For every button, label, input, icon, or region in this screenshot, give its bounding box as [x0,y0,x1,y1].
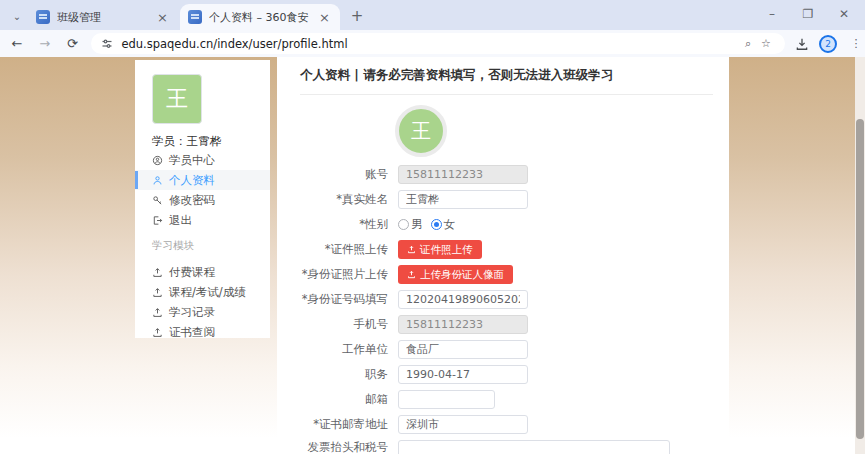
student-name: 学员：王霄桦 [152,134,221,149]
field-label: *身份证照片上传 [300,267,388,282]
radio-female[interactable] [431,219,442,230]
button-label: 证件照上传 [420,243,473,257]
position-field[interactable] [398,365,528,384]
sidebar-item-label: 退出 [169,213,192,228]
divider [300,94,713,95]
restore-button[interactable]: ❐ [801,7,815,21]
student-avatar: 王 [152,74,202,124]
id-number-field[interactable] [398,290,528,309]
back-icon[interactable]: ← [6,33,28,55]
minimize-button[interactable]: – [765,7,779,21]
tab-profile[interactable]: 个人资料 – 360食安 × [180,4,340,30]
form-row-phone: 手机号 [300,315,729,334]
sidebar-item-change-password[interactable]: 修改密码 [135,190,270,210]
sidebar-item-student-center[interactable]: 学员中心 [135,150,270,170]
site-info-icon[interactable] [101,38,113,50]
form-row-account: 账号 [300,165,729,184]
close-window-button[interactable]: ✕ [837,7,851,21]
sidebar-section-title: 学习模块 [135,236,270,256]
upload-icon [407,245,416,254]
form-row-invoice: 发票抬头和税号 [300,440,729,454]
user-icon [152,175,163,186]
sidebar-menu: 学员中心 个人资料 修改密码 退出 学习模块 付费课程 [135,150,270,342]
button-label: 上传身份证人像面 [420,268,504,282]
profile-avatar[interactable]: 2 [819,35,837,53]
close-icon[interactable]: × [155,10,170,25]
form-row-mail-address: *证书邮寄地址 [300,415,729,434]
phone-field [398,315,528,334]
field-label: 邮箱 [300,392,388,407]
real-name-field[interactable] [398,190,528,209]
field-label: 发票抬头和税号 [300,440,388,454]
new-tab-button[interactable]: + [348,7,366,25]
download-icon[interactable] [795,37,809,51]
form-row-gender: *性别 男 女 [300,215,729,234]
tab-search-icon[interactable]: ⌄ [8,7,26,25]
sidebar-item-label: 学员中心 [169,153,215,168]
bookmark-star-icon[interactable]: ☆ [757,37,775,50]
radio-male[interactable] [398,219,409,230]
field-label: 工作单位 [300,342,388,357]
tab-title: 班级管理 [57,10,155,25]
key-icon [152,195,163,206]
sidebar-item-paid-courses[interactable]: 付费课程 [135,262,270,282]
upload-icon [407,270,416,279]
mail-address-field[interactable] [398,415,528,434]
browser-window: ⌄ 班级管理 × 个人资料 – 360食安 × + – ❐ ✕ ← → ⟳ ed… [0,0,865,454]
invoice-field[interactable] [398,440,670,454]
id-card-upload-button[interactable]: 上传身份证人像面 [398,265,513,284]
zoom-icon[interactable]: ⌕ [739,37,757,50]
account-field [398,165,528,184]
sidebar-item-label: 修改密码 [169,193,215,208]
form-row-id-card-photo: *身份证照片上传 上传身份证人像面 [300,265,729,284]
page-scrollbar[interactable] [855,57,865,454]
logout-icon [152,215,163,226]
id-photo-upload-button[interactable]: 证件照上传 [398,240,482,259]
form-row-position: 职务 [300,365,729,384]
field-label: *真实姓名 [300,192,388,207]
form-row-id-number: *身份证号码填写 [300,290,729,309]
tab-strip: ⌄ 班级管理 × 个人资料 – 360食安 × + – ❐ ✕ [0,0,865,30]
scrollbar-thumb[interactable] [856,119,864,439]
field-label: *证书邮寄地址 [300,417,388,432]
upload-icon [152,287,163,298]
user-circle-icon [152,155,163,166]
sidebar-item-label: 证书查阅 [169,325,215,340]
sidebar: 王 学员：王霄桦 学员中心 个人资料 修改密码 退出 [135,60,270,338]
field-label: *性别 [300,217,388,232]
sidebar-item-courses-exams[interactable]: 课程/考试/成绩 [135,282,270,302]
page-background: 王 学员：王霄桦 学员中心 个人资料 修改密码 退出 [0,57,865,454]
profile-avatar-circle: 王 [395,105,447,157]
employer-field[interactable] [398,340,528,359]
form-row-employer: 工作单位 [300,340,729,359]
sidebar-item-certificate-lookup[interactable]: 证书查阅 [135,322,270,342]
upload-icon [152,267,163,278]
tab-title: 个人资料 – 360食安 [209,10,317,25]
url-text[interactable]: edu.spaqedu.cn/index/user/profile.html [121,37,739,51]
kebab-menu-icon[interactable]: ⋮ [847,37,865,50]
profile-form: 账号 *真实姓名 *性别 男 女 *证 [300,165,729,454]
form-row-real-name: *真实姓名 [300,190,729,209]
page-title: 个人资料 | 请务必完善资料填写，否则无法进入班级学习 [300,67,729,84]
upload-icon [152,327,163,338]
sidebar-item-profile[interactable]: 个人资料 [135,170,270,190]
form-row-id-photo: *证件照上传 证件照上传 [300,240,729,259]
close-icon[interactable]: × [317,10,332,25]
email-field[interactable] [398,390,495,409]
field-label: 账号 [300,167,388,182]
sidebar-item-learning-records[interactable]: 学习记录 [135,302,270,322]
site-favicon [188,10,202,24]
field-label: 职务 [300,367,388,382]
address-bar[interactable]: edu.spaqedu.cn/index/user/profile.html ⌕… [91,33,785,54]
sidebar-item-label: 付费课程 [169,265,215,280]
radio-male-label[interactable]: 男 [411,217,423,232]
field-label: *身份证号码填写 [300,292,388,307]
radio-female-label[interactable]: 女 [444,217,456,232]
sidebar-item-logout[interactable]: 退出 [135,210,270,230]
browser-toolbar: ← → ⟳ edu.spaqedu.cn/index/user/profile.… [0,30,865,57]
tab-class-management[interactable]: 班级管理 × [28,4,178,30]
forward-icon[interactable]: → [34,33,56,55]
toolbar-right: 2 ⋮ [795,35,865,53]
reload-icon[interactable]: ⟳ [62,33,84,55]
site-favicon [36,10,50,24]
